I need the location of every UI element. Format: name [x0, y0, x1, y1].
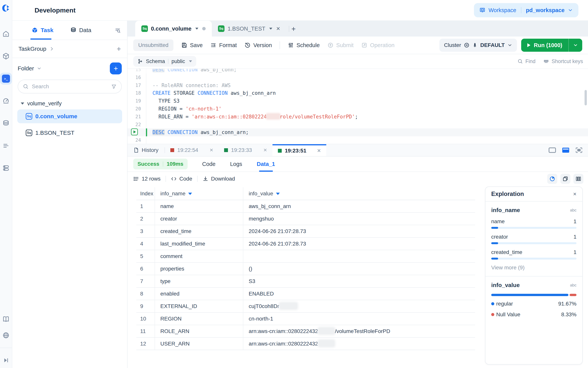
column-header-index[interactable]: Index	[136, 187, 155, 200]
layout-split-icon[interactable]	[562, 147, 570, 153]
nav-modules-icon[interactable]	[2, 52, 10, 60]
editor-line[interactable]: 24	[128, 136, 588, 144]
version-button[interactable]: Version	[245, 42, 272, 48]
editor-line[interactable]: 19 TYPE S3	[128, 97, 588, 105]
exploration-item[interactable]: creator1	[491, 234, 577, 244]
editor-line[interactable]: 22	[128, 121, 588, 129]
table-row[interactable]: 2creatormengshuo	[136, 212, 475, 225]
nav-monitor-icon[interactable]	[2, 97, 10, 105]
new-tab-button[interactable]: +	[291, 25, 296, 33]
editor-line[interactable]: 17-- RoleARN connection: AWS	[128, 82, 588, 89]
caret-down-icon	[189, 60, 192, 62]
add-taskgroup-button[interactable]: +	[117, 45, 121, 53]
sort-caret-icon[interactable]	[188, 193, 192, 195]
rows-icon	[133, 176, 139, 182]
close-run-icon[interactable]: ✕	[263, 147, 267, 153]
submit-button[interactable]: Submit	[327, 42, 353, 48]
editor-utilities: Find Shortcut keys	[517, 58, 583, 64]
run-options-button[interactable]	[569, 43, 582, 48]
table-row[interactable]: 5comment	[136, 250, 475, 262]
layout-full-icon[interactable]	[548, 147, 556, 153]
sort-caret-icon[interactable]	[276, 193, 280, 195]
find-button[interactable]: Find	[517, 58, 535, 64]
format-button[interactable]: Format	[210, 42, 237, 48]
table-row[interactable]: 7typeS3	[136, 275, 475, 287]
run-statement-button[interactable]	[131, 129, 138, 135]
doc-tab-bson-test[interactable]: Sq 1.BSON_TEST ✕	[212, 21, 286, 37]
doc-tab-conn-volume[interactable]: Sq 0.conn_volume	[135, 21, 212, 37]
result-tab-code[interactable]: Code	[202, 156, 215, 172]
save-button[interactable]: Save	[181, 42, 202, 48]
copy-view-button[interactable]	[560, 174, 570, 184]
close-tab-icon[interactable]: ✕	[276, 26, 280, 32]
language-globe-icon[interactable]	[2, 331, 10, 339]
table-row[interactable]: 6properties()	[136, 262, 475, 275]
tree-item-conn-volume[interactable]: Sq 0.conn_volume	[17, 109, 122, 123]
close-run-icon[interactable]: ✕	[210, 147, 213, 153]
editor-line[interactable]: DESC CONNECTION aws_bj_conn_arn;	[128, 129, 588, 136]
editor-line[interactable]: 21 ROLE_ARN = 'arn:aws-cn:iam::02802224r…	[128, 113, 588, 121]
operation-button[interactable]: Operation	[361, 42, 395, 48]
table-row[interactable]: 9EXTERNAL_IDcujT0coh8Dr	[136, 300, 475, 313]
tab-task[interactable]: Task	[32, 27, 53, 33]
docs-book-icon[interactable]	[2, 315, 10, 323]
column-header-info-value[interactable]: info_value	[243, 187, 475, 200]
nav-home-icon[interactable]	[2, 30, 10, 38]
sql-editor[interactable]: 15DESC CONNECTION aws_bj_conn;1617-- Rol…	[128, 69, 588, 144]
history-run-tab[interactable]: 19:22:54✕	[165, 144, 219, 156]
search-list-icon[interactable]	[114, 27, 121, 34]
tab-menu-caret-icon[interactable]	[269, 28, 272, 30]
history-run-tab[interactable]: 19:23:33✕	[219, 144, 272, 156]
result-tab-data1[interactable]: Data_1	[257, 156, 275, 172]
editor-line[interactable]: 18CREATE STORAGE CONNECTION aws_bj_conn_…	[128, 89, 588, 97]
tab-menu-caret-icon[interactable]	[195, 28, 198, 30]
collapse-rail-icon[interactable]	[2, 357, 10, 364]
table-row[interactable]: 12USER_ARNarn:aws-cn:iam::0280222432	[136, 337, 475, 350]
history-run-tab[interactable]: 19:23:51✕	[272, 144, 326, 156]
sql-file-icon: Sq	[141, 25, 148, 32]
schedule-button[interactable]: Schedule	[288, 42, 320, 48]
columns-view-button[interactable]	[573, 174, 583, 184]
close-run-icon[interactable]: ✕	[317, 148, 321, 153]
cell-info-name: enabled	[155, 287, 243, 300]
table-row[interactable]: 4last_modified_time2024-06-26 21:07:28.7…	[136, 238, 475, 250]
editor-line[interactable]: 16	[128, 74, 588, 82]
download-button[interactable]: Download	[202, 176, 235, 182]
view-code-button[interactable]: Code	[171, 176, 192, 182]
editor-line[interactable]: 20 REGION = 'cn-north-1'	[128, 105, 588, 113]
editor-scrollbar[interactable]	[585, 90, 587, 105]
brand-logo-icon[interactable]	[2, 4, 10, 12]
tab-data[interactable]: Data	[70, 27, 91, 33]
chart-view-button[interactable]	[547, 174, 557, 184]
add-task-button[interactable]: +	[110, 63, 122, 74]
taskgroup-row[interactable]: TaskGroup +	[12, 40, 127, 58]
workspace-switcher[interactable]: Workspace pd_workspace	[474, 3, 578, 17]
run-button[interactable]: Run (1000)	[521, 42, 568, 48]
folder-switcher[interactable]: Folder	[18, 65, 42, 72]
table-row[interactable]: 10REGIONcn-north-1	[136, 313, 475, 325]
cluster-selector[interactable]: Cluster DEFAULT	[439, 39, 517, 52]
nav-tasks-icon[interactable]	[2, 142, 10, 150]
tree-folder-volume-verify[interactable]: volume_verify	[12, 100, 127, 107]
nav-services-icon[interactable]	[2, 164, 10, 172]
shortcut-keys-button[interactable]: Shortcut keys	[543, 58, 583, 64]
legend-dot-icon	[491, 313, 494, 316]
exploration-item[interactable]: created_time1	[491, 249, 577, 259]
close-icon[interactable]: ×	[573, 191, 577, 197]
tree-item-bson-test[interactable]: Sq 1.BSON_TEST	[17, 126, 122, 140]
filter-icon[interactable]	[111, 84, 117, 89]
table-row[interactable]: 3created_time2024-06-26 21:07:28.73	[136, 225, 475, 238]
exploration-item[interactable]: name1	[491, 218, 577, 229]
schema-selector[interactable]: Schema public	[133, 56, 196, 67]
table-row[interactable]: 11ROLE_ARNarn:aws-cn:iam::0280222432/vol…	[136, 325, 475, 337]
view-more-link[interactable]: View more (9)	[491, 265, 577, 271]
fullscreen-icon[interactable]	[575, 147, 583, 153]
table-row[interactable]: 1nameaws_bj_conn_arn	[136, 200, 475, 212]
column-header-info-name[interactable]: info_name	[155, 187, 243, 200]
editor-line[interactable]: 15DESC CONNECTION aws_bj_conn;	[128, 69, 588, 74]
result-tab-logs[interactable]: Logs	[230, 156, 242, 172]
nav-development-active[interactable]: >_	[0, 73, 12, 85]
nav-database-icon[interactable]	[2, 120, 10, 127]
table-row[interactable]: 8enabledENABLED	[136, 287, 475, 300]
search-input[interactable]	[32, 83, 108, 90]
